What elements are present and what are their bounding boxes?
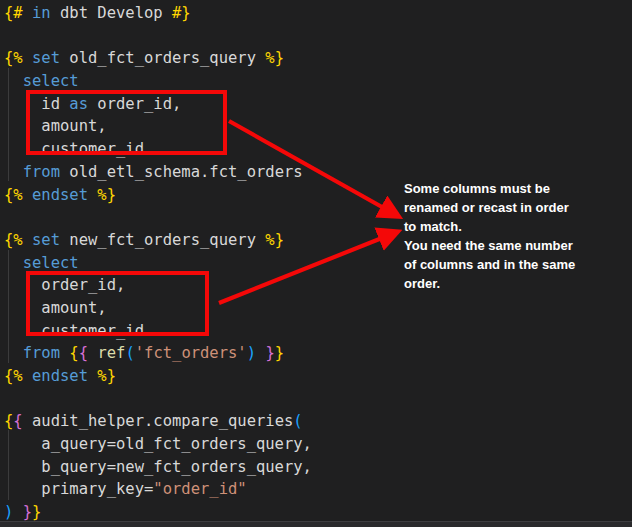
indent-guide xyxy=(8,430,9,500)
annotation-note-line: of columns and in the same xyxy=(404,255,619,274)
annotation-note: Some columns must berenamed or recast in… xyxy=(404,179,619,293)
code-line: {{ audit_helper.compare_queries( xyxy=(4,410,312,433)
code-line: {% set old_fct_orders_query %} xyxy=(4,47,312,70)
indent-guide xyxy=(8,250,9,363)
code-line xyxy=(4,25,312,48)
code-line: {% set new_fct_orders_query %} xyxy=(4,229,312,252)
code-line: a_query=old_fct_orders_query, xyxy=(4,433,312,456)
code-line: {% endset %} xyxy=(4,365,312,388)
bottom-panel-edge xyxy=(0,521,632,527)
annotation-note-line: Some columns must be xyxy=(404,179,619,198)
code-line: from {{ ref('fct_orders') }} xyxy=(4,342,312,365)
annotation-box-new-columns xyxy=(26,271,209,336)
code-line: primary_key="order_id" xyxy=(4,478,312,501)
editor-window: {# in dbt Develop #} {% set old_fct_orde… xyxy=(0,0,632,527)
code-line xyxy=(4,388,312,411)
code-line: from old_etl_schema.fct_orders xyxy=(4,161,312,184)
annotation-note-line: to match. xyxy=(404,217,619,236)
annotation-box-old-columns xyxy=(26,90,227,155)
indent-guide xyxy=(8,68,9,181)
code-editor[interactable]: {# in dbt Develop #} {% set old_fct_orde… xyxy=(4,2,312,524)
code-line xyxy=(4,206,312,229)
annotation-note-line: order. xyxy=(404,274,619,293)
annotation-note-line: renamed or recast in order xyxy=(404,198,619,217)
annotation-note-line: You need the same number xyxy=(404,236,619,255)
code-line: {% endset %} xyxy=(4,184,312,207)
code-line: b_query=new_fct_orders_query, xyxy=(4,456,312,479)
code-line: {# in dbt Develop #} xyxy=(4,2,312,25)
